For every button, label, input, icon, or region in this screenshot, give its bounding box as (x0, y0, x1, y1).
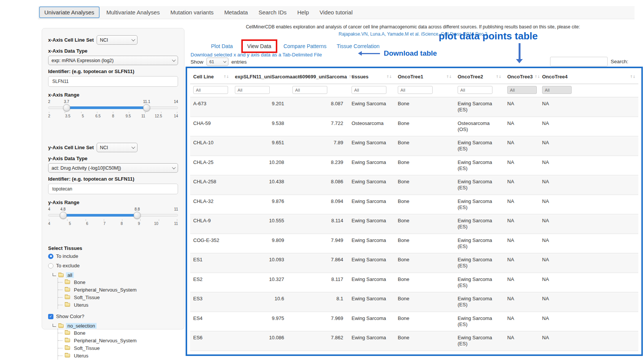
cell: Ewing Sarcoma (ES) (455, 234, 504, 253)
cell: 7.89 (289, 136, 349, 156)
filter-cell (232, 84, 289, 97)
tree-node-uterus[interactable]: Uterus (58, 352, 178, 359)
nav-item-univariate-analyses[interactable]: Univariate Analyses (39, 6, 100, 18)
cell: CHLA-10 (190, 136, 232, 156)
tree-node-soft-tissue[interactable]: Soft_Tissue (58, 293, 178, 301)
x-cell-line-set-select[interactable]: NCI (97, 35, 138, 45)
slider-handle-low[interactable] (59, 212, 67, 219)
red-highlight-box: View Data (241, 39, 278, 53)
tree-node-uterus[interactable]: Uterus (58, 301, 178, 309)
nav-item-video-tutorial[interactable]: Video tutorial (314, 9, 358, 16)
cell: Bone (395, 97, 455, 117)
cell: 8.239 (289, 156, 349, 175)
cell: 7.949 (289, 234, 349, 253)
cell: COG-E-352 (190, 234, 232, 253)
table-row: ES310.68.1Ewing SarcomaBoneEwing Sarcoma… (190, 292, 638, 312)
tissues-include-radio[interactable]: To include (48, 253, 178, 259)
column-header-oncotree3[interactable]: OncoTree3↑↓ (504, 69, 539, 84)
slider-track[interactable] (48, 106, 178, 109)
folder-icon (65, 331, 70, 335)
slider-handle-high[interactable] (133, 212, 141, 219)
y-range-slider[interactable]: 44.88.8114567891011 (48, 207, 178, 229)
cell: NA (539, 312, 638, 331)
chevron-down-icon (223, 59, 226, 62)
tissues-exclude-radio[interactable]: To exclude (48, 263, 178, 268)
nav-item-search-ids[interactable]: Search IDs (253, 9, 292, 16)
y-data-type-select[interactable]: act: Drug Activity (-log10[IC50M]) (48, 163, 178, 173)
cell: NA (504, 97, 539, 117)
cell: NA (504, 175, 539, 195)
x-range-slider[interactable]: 23.711.11423.556.589.51112.514 (48, 100, 178, 122)
tree-node-peripheral-nervous-system[interactable]: Peripheral_Nervous_System (58, 337, 178, 344)
tab-view-data[interactable]: View Data (247, 43, 272, 49)
cell: CHLA-32 (190, 195, 232, 214)
sort-icon[interactable]: ↑↓ (496, 75, 501, 79)
sort-icon[interactable]: ↑↓ (223, 75, 229, 79)
x-identifier-label: Identifier: (e.g. topotecan or SLFN11) (48, 69, 178, 74)
column-filter-act609699-unisarcoma[interactable] (292, 86, 327, 94)
chevron-down-icon (172, 58, 176, 62)
slider-handle-high[interactable] (143, 104, 150, 111)
tab-tissue-correlation[interactable]: Tissue Correlation (337, 43, 380, 49)
nav-item-metadata[interactable]: Metadata (219, 9, 253, 16)
tree-expand-icon[interactable] (53, 324, 56, 327)
column-header-cell-line[interactable]: Cell Line↑↓ (190, 69, 232, 84)
column-filter-oncotree2[interactable] (458, 86, 492, 94)
cell: Bone (395, 214, 455, 234)
tree-node-bone[interactable]: Bone (58, 329, 178, 337)
cell: NA (504, 195, 539, 214)
column-filter-expslfn11-unisarcoma[interactable] (235, 86, 270, 94)
y-cell-line-set-select[interactable]: NCI (97, 143, 138, 152)
table-row: CHLA-910.5558.114Ewing SarcomaBoneEwing … (190, 214, 638, 234)
nav-item-mutation-variants[interactable]: Mutation variants (165, 9, 219, 16)
download-tab-delimited-link[interactable]: Download selected x and y axis data as a… (191, 52, 322, 58)
x-identifier-input[interactable] (48, 76, 178, 87)
cell: CHLA-25 (190, 156, 232, 175)
search-input[interactable] (550, 57, 608, 66)
column-filter-oncotree1[interactable] (398, 86, 433, 94)
column-filter-cell-line[interactable] (193, 86, 228, 94)
tree-root-no-selection[interactable]: no_selection (53, 323, 178, 329)
slider-track[interactable] (48, 214, 178, 217)
x-data-type-select[interactable]: exp: mRNA Expression (log2) (48, 56, 178, 65)
checkbox-checked-icon: ✓ (48, 314, 53, 319)
column-header-oncotree2[interactable]: OncoTree2↑↓ (455, 69, 504, 84)
x-data-type-label: x-Axis Data Type (48, 48, 178, 54)
sort-icon[interactable]: ↑↓ (386, 75, 392, 79)
slider-tick-label: 5 (78, 114, 88, 118)
cell: NA (539, 156, 638, 175)
slider-handle-low[interactable] (63, 104, 70, 111)
nav-item-multivariate-analyses[interactable]: Multivariate Analyses (101, 9, 165, 16)
cell: NA (504, 253, 539, 273)
slider-tick-label: 2 (48, 114, 57, 118)
y-data-type-label: y-Axis Data Type (48, 156, 178, 161)
sort-icon[interactable]: ↑↓ (630, 75, 635, 79)
cellminercdb-page: Univariate AnalysesMultivariate Analyses… (0, 0, 644, 362)
cell: NA (539, 351, 638, 356)
tree-node-bone[interactable]: Bone (58, 278, 178, 286)
tree-expand-icon[interactable] (53, 273, 56, 276)
tab-compare-patterns[interactable]: Compare Patterns (283, 43, 327, 49)
column-header-act609699-unisarcoma[interactable]: act609699_uniSarcoma↑↓ (289, 69, 349, 84)
tree-root-all[interactable]: all (53, 272, 178, 278)
sort-icon[interactable]: ↑↓ (534, 75, 540, 79)
show-color-checkbox[interactable]: ✓ Show Color? (48, 314, 178, 319)
tree-node-peripheral-nervous-system[interactable]: Peripheral_Nervous_System (58, 286, 178, 293)
nav-item-help[interactable]: Help (292, 9, 314, 16)
slider-value-labels: 44.88.811 (48, 207, 178, 212)
cell: ES2 (190, 273, 232, 292)
entries-count-select[interactable]: 61 (206, 58, 228, 66)
column-header-oncotree1[interactable]: OncoTree1↑↓ (395, 69, 455, 84)
column-header-oncotree4[interactable]: OncoTree4↑↓ (539, 69, 638, 84)
sort-icon[interactable]: ↑↓ (446, 75, 452, 79)
column-header-expslfn11-unisarcoma[interactable]: expSLFN11_uniSarcoma↑↓ (232, 69, 289, 84)
tab-plot-data[interactable]: Plot Data (211, 43, 233, 49)
column-filter-tissues[interactable] (352, 86, 386, 94)
tree-node-soft-tissue[interactable]: Soft_Tissue (58, 344, 178, 352)
column-header-tissues[interactable]: tissues↑↓ (349, 69, 395, 84)
tree-children: BonePeripheral_Nervous_SystemSoft_Tissue… (58, 278, 178, 309)
y-identifier-input[interactable] (48, 184, 178, 194)
slider-tick-label: 8 (117, 222, 126, 226)
tree-node-label: Uterus (72, 353, 90, 359)
column-header-label: OncoTree3 (507, 74, 533, 80)
